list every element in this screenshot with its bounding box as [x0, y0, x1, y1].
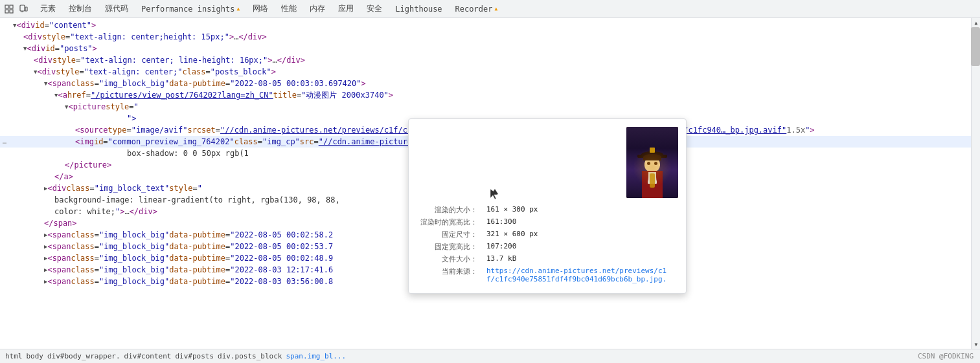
breadcrumb-body[interactable]: body	[25, 352, 45, 360]
tab-security[interactable]: 安全	[360, 0, 389, 18]
breadcrumb-bar: html body div#body_wrapper. div#content …	[0, 349, 980, 363]
device-icon[interactable]	[17, 3, 30, 16]
breadcrumb-span[interactable]: span.img_bl...	[284, 352, 347, 360]
fixed-ratio-value: 107:200	[484, 241, 677, 252]
rendered-ratio-label: 渲染时的宽高比：	[418, 217, 483, 228]
tab-application[interactable]: 应用	[332, 0, 360, 18]
dom-line[interactable]: ▼ <div id="posts">	[0, 43, 980, 54]
source-url-value[interactable]: https://cdn.anime-pictures.net/previews/…	[484, 266, 677, 284]
dom-line[interactable]: ▼ <a href="/pictures/view_post/764202?la…	[0, 89, 980, 101]
tooltip-info-table: 渲染的大小： 161 × 300 px 渲染时的宽高比： 161:300 固定尺…	[416, 203, 678, 285]
svg-rect-0	[5, 5, 8, 8]
rendered-ratio-value: 161:300	[484, 217, 677, 228]
svg-rect-4	[20, 5, 25, 11]
dom-line[interactable]: <div style="text-align: center;height: 1…	[0, 31, 980, 43]
dom-line[interactable]: ▼ <picture style="	[0, 101, 980, 113]
file-size-value: 13.7 kB	[484, 254, 677, 265]
tab-performance-insights[interactable]: Performance insights	[135, 0, 246, 18]
fixed-size-value: 321 × 600 px	[484, 229, 677, 240]
rendered-size-value: 161 × 300 px	[484, 204, 677, 215]
scrollbar-thumb[interactable]	[971, 27, 980, 66]
source-url-link[interactable]: https://cdn.anime-pictures.net/previews/…	[486, 267, 667, 283]
tab-sources[interactable]: 源代码	[98, 0, 135, 18]
svg-rect-3	[10, 10, 13, 13]
dom-line[interactable]: ▼ <span class="img_block_big" data-pubti…	[0, 78, 980, 89]
tab-network[interactable]: 网络	[246, 0, 275, 18]
file-size-label: 文件大小：	[418, 254, 483, 265]
breadcrumb-wrapper[interactable]: div#body_wrapper.	[46, 352, 122, 360]
breadcrumb-content[interactable]: div#content	[123, 352, 173, 360]
scroll-up-arrow[interactable]: ▲	[972, 18, 980, 27]
watermark: CSDN @FODKING	[918, 352, 974, 360]
image-preview-tooltip: 渲染的大小： 161 × 300 px 渲染时的宽高比： 161:300 固定尺…	[408, 118, 687, 294]
dom-line[interactable]: ▼ <div style="text-align: center;" class…	[0, 66, 980, 78]
tab-lighthouse[interactable]: Lighthouse	[389, 0, 448, 18]
svg-rect-2	[5, 10, 8, 13]
rendered-size-label: 渲染的大小：	[418, 204, 483, 215]
dom-line[interactable]: <div style="text-align: center; line-hei…	[0, 54, 980, 66]
breadcrumb-items: html body div#body_wrapper. div#content …	[4, 352, 347, 360]
tab-recorder[interactable]: Recorder	[449, 0, 505, 18]
tooltip-image-container	[416, 127, 678, 198]
tab-bar: 元素 控制台 源代码 Performance insights 网络 性能 内存…	[0, 0, 980, 18]
tab-memory[interactable]: 内存	[303, 0, 332, 18]
tab-console[interactable]: 控制台	[62, 0, 98, 18]
svg-rect-5	[25, 7, 27, 11]
dom-tree[interactable]: ▼ <div id="content"> <div style="text-al…	[0, 18, 980, 349]
fixed-ratio-label: 固定宽高比：	[418, 241, 483, 252]
breadcrumb-html[interactable]: html	[4, 352, 24, 360]
preview-image	[626, 127, 678, 198]
scroll-down-arrow[interactable]: ▼	[972, 340, 980, 349]
tab-elements[interactable]: 元素	[34, 0, 62, 18]
inspect-icon[interactable]	[3, 3, 16, 16]
dom-line[interactable]: ▼ <div id="content">	[0, 19, 980, 31]
toolbar-icons	[3, 3, 30, 16]
source-label: 当前来源：	[418, 266, 483, 284]
fixed-size-label: 固定尺寸：	[418, 229, 483, 240]
breadcrumb-posts-block[interactable]: div.posts_block	[216, 352, 283, 360]
vertical-scrollbar[interactable]: ▲ ▼	[971, 18, 980, 349]
svg-rect-1	[10, 5, 13, 8]
tab-performance[interactable]: 性能	[275, 0, 303, 18]
main-area: ▼ <div id="content"> <div style="text-al…	[0, 18, 980, 363]
breadcrumb-posts[interactable]: div#posts	[174, 352, 215, 360]
